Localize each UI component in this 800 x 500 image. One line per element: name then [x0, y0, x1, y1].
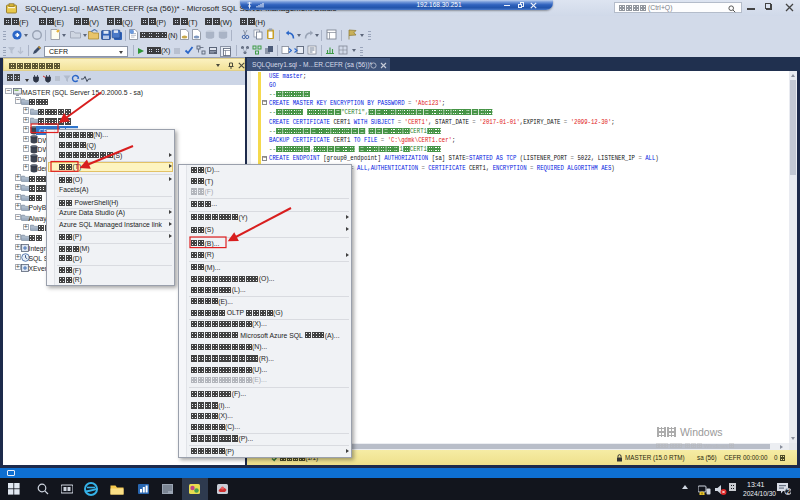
svg-text:2: 2 [786, 487, 790, 494]
